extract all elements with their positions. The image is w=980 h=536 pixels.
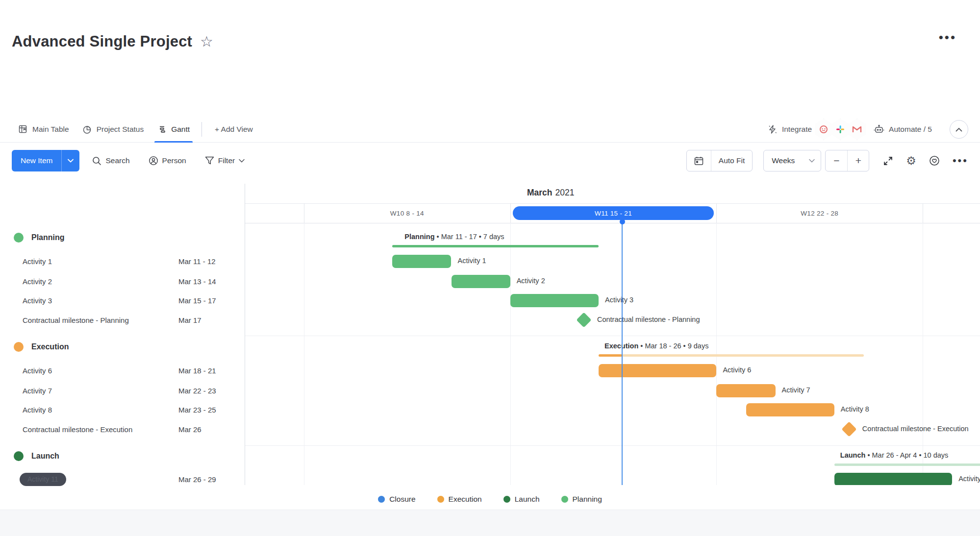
tab-gantt[interactable]: Gantt (151, 117, 197, 142)
jump-to-date-button[interactable] (687, 150, 711, 171)
board-toolbar: New Item Search Person Filter Auto Fit (12, 149, 968, 172)
gantt-bar-activity-3[interactable] (510, 294, 599, 307)
legend-item-execution: Execution (437, 495, 482, 504)
legend-item-planning: Planning (561, 495, 602, 504)
item-row[interactable]: Activity 6Mar 18 - 21 (0, 362, 245, 379)
settings-gear-icon[interactable]: ⚙ (906, 155, 916, 167)
group-row-execution[interactable]: Execution (0, 339, 245, 355)
automate-label: Automate / 5 (889, 125, 932, 134)
item-name: Activity 11 (27, 475, 58, 483)
gantt-bar-activity-8[interactable] (746, 403, 834, 416)
auto-fit-button[interactable]: Auto Fit (711, 150, 752, 171)
tab-project-status[interactable]: Project Status (76, 117, 151, 142)
tab-label: Gantt (171, 125, 190, 134)
favorite-star-icon[interactable]: ☆ (200, 34, 213, 49)
app-badge-gmail[interactable] (847, 119, 867, 140)
item-row[interactable]: Contractual milestone - PlanningMar 17 (0, 312, 245, 328)
item-date-range: Mar 11 - 12 (178, 257, 216, 266)
week-header-cell[interactable]: W12 22 - 28 (716, 203, 923, 223)
item-name: Activity 3 (23, 296, 52, 305)
item-name: Contractual milestone - Planning (23, 316, 129, 324)
scale-value: Weeks (772, 156, 795, 165)
item-row[interactable]: Contractual milestone - ExecutionMar 26 (0, 421, 245, 438)
gantt-bar-activity-7[interactable] (716, 384, 775, 397)
gantt-bar-label: Activity 2 (517, 277, 545, 285)
item-row[interactable]: Activity 7Mar 22 - 23 (0, 382, 245, 399)
item-date-range: Mar 26 (178, 425, 201, 434)
app-badge-slack[interactable] (830, 119, 850, 140)
item-row[interactable]: Activity 2Mar 13 - 14 (0, 273, 245, 290)
group-row-launch[interactable]: Launch (0, 448, 245, 464)
gantt-bar-activity-1[interactable] (392, 255, 451, 268)
board-menu-icon[interactable]: ••• (939, 30, 956, 45)
tab-label: Project Status (97, 125, 144, 134)
group-color-dot (14, 233, 24, 243)
feedback-button[interactable] (929, 155, 940, 166)
gantt-legend: ClosureExecutionLaunchPlanning (0, 490, 980, 509)
week-tick (716, 203, 717, 223)
gantt-bar-label: Activity 3 (605, 296, 633, 304)
item-name-pill-selected[interactable]: Activity 11 (20, 473, 66, 486)
zoom-out-button[interactable]: − (826, 150, 847, 171)
gantt-bar-activity-2[interactable] (452, 275, 510, 288)
more-options-icon[interactable]: ••• (953, 154, 968, 167)
app-red-icon (819, 125, 828, 134)
app-slack-icon (836, 125, 845, 134)
month-year: 2021 (555, 188, 575, 197)
autofit-group: Auto Fit (686, 150, 753, 171)
group-summary-line (392, 245, 599, 247)
group-summary-line (622, 354, 864, 357)
item-name: Activity 7 (23, 387, 52, 395)
integrate-button[interactable]: Integrate (768, 124, 812, 134)
zoom-in-button[interactable]: + (847, 150, 869, 171)
new-item-dropdown[interactable] (61, 150, 79, 171)
milestone-diamond[interactable] (576, 312, 591, 327)
filter-button[interactable]: Filter (199, 151, 251, 171)
gantt-left-panel: PlanningActivity 1Mar 11 - 12Activity 2M… (0, 184, 245, 485)
group-name: Planning (31, 233, 65, 242)
legend-label: Launch (515, 495, 540, 504)
tab-divider (201, 122, 202, 137)
add-view-button[interactable]: + Add View (210, 125, 258, 134)
gantt-bar-activity-11[interactable] (834, 473, 952, 486)
item-row[interactable]: Activity 3Mar 15 - 17 (0, 292, 245, 309)
integrate-bolt-icon (768, 124, 778, 134)
fullscreen-button[interactable] (883, 156, 893, 166)
item-row[interactable]: Activity 8Mar 23 - 25 (0, 401, 245, 418)
tab-label: Main Table (32, 125, 69, 134)
collapse-header-button[interactable] (950, 120, 968, 139)
legend-item-closure: Closure (378, 495, 415, 504)
group-color-dot (14, 342, 24, 352)
footer-strip (0, 510, 980, 536)
week-header-selected[interactable]: W11 15 - 21 (513, 206, 714, 220)
search-button[interactable]: Search (86, 151, 135, 171)
gantt-bar-label: Activity 7 (782, 386, 810, 394)
automate-button[interactable]: Automate / 5 (874, 124, 932, 134)
gantt-bar-activity-6[interactable] (599, 364, 716, 377)
table-icon (19, 125, 28, 134)
pie-chart-icon (83, 125, 92, 134)
week-header-cell[interactable]: W10 8 - 14 (304, 203, 510, 223)
group-name: Launch (31, 452, 59, 461)
today-marker-dot[interactable] (620, 219, 625, 224)
filter-label: Filter (218, 156, 235, 165)
gantt-bar-label: Activity 1 (458, 257, 486, 265)
item-date-range: Mar 26 - 29 (178, 475, 216, 484)
group-row-planning[interactable]: Planning (0, 229, 245, 246)
group-summary-line (834, 463, 980, 466)
gantt-region: PlanningActivity 1Mar 11 - 12Activity 2M… (0, 184, 980, 485)
week-tick (304, 203, 304, 223)
integration-badges (817, 119, 867, 140)
timeline-scale-select[interactable]: Weeks (763, 150, 821, 171)
item-row[interactable]: Activity 1Mar 11 - 12 (0, 253, 245, 269)
item-row[interactable]: Activity 11Mar 26 - 29 (0, 471, 245, 487)
milestone-diamond[interactable] (841, 421, 856, 437)
gantt-bar-label: Activity 6 (723, 366, 751, 374)
new-item-button[interactable]: New Item (12, 150, 79, 171)
new-item-label[interactable]: New Item (12, 150, 61, 171)
item-date-range: Mar 23 - 25 (178, 406, 216, 414)
app-badge-red[interactable] (814, 119, 833, 140)
tab-main-table[interactable]: Main Table (12, 117, 76, 142)
person-filter-button[interactable]: Person (143, 151, 192, 171)
item-name: Contractual milestone - Execution (23, 425, 132, 434)
